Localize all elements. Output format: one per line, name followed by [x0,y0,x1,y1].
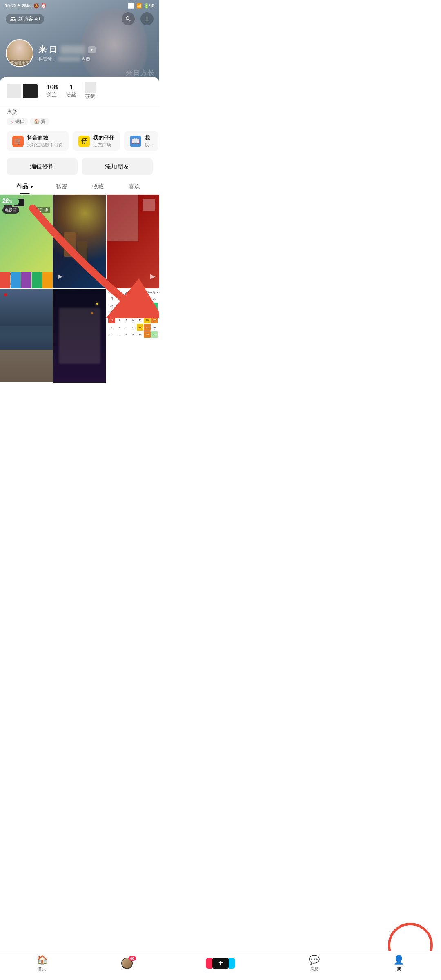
profile-name-area: 来 日 ▾ 抖音号： 6 器 [38,44,96,62]
gender-tag: ♀ 铜仁 [7,118,28,125]
tag-movie: 电影🎬 [2,207,19,214]
following-label: 关注 [47,91,57,98]
d7: 7 [129,310,136,316]
cb-4 [32,272,42,288]
col-wed: 三 [129,296,136,302]
cal-grid: 日 一 二 三 四 五 六 27 1 2 3 [108,296,158,338]
video-thumb-6[interactable]: < 上一月 2022年12月 下一月 > 日 一 二 三 四 五 六 [107,289,159,383]
col-sat: 六 [151,296,158,302]
color-blocks [0,272,53,288]
d24: 24 [151,324,158,330]
friends-sub: 朋友广场 [93,142,114,148]
d18: 18 [108,324,115,330]
cb-1 [0,272,10,288]
add-friend-button[interactable]: 添加朋友 [82,158,153,175]
tab-likes[interactable]: 喜欢 [116,179,153,194]
likes-thumb [85,82,96,93]
d11: 11 [108,317,115,323]
stat-following[interactable]: 108 关注 [46,83,58,98]
video-thumb-4[interactable] [0,289,53,383]
blur-block-1 [107,195,138,241]
sky-block [0,289,53,326]
stat-thumbnail-2 [23,84,38,98]
menu-button[interactable] [140,12,154,25]
name-blurred [60,45,85,54]
tab-collection-label: 收藏 [92,183,104,189]
d19: 19 [116,324,122,330]
d8: 8 [137,310,143,316]
shop-icon: 🛒 [12,136,24,147]
d3: 3 [151,303,158,309]
cal-prev: < 上一月 [108,291,119,295]
thumb-dark [23,84,38,98]
stat-divider-2 [62,85,62,97]
video-thumb-1[interactable]: 爱情 电影🎬 事业单位 故事 日经典影视 22 播了1条 [0,195,53,288]
tab-collection[interactable]: 收藏 [80,179,116,194]
avatar[interactable]: 不知道来日 [6,39,33,67]
stat-followers[interactable]: 1 粉丝 [66,83,76,98]
status-time: 10:22 [5,3,16,8]
cal-header: < 上一月 2022年12月 下一月 > [108,291,158,295]
id-suffix: 6 器 [82,56,90,62]
content-tabs: 作品 ▾ 私密 收藏 喜欢 [0,179,159,195]
quick-link-book[interactable]: 📖 我 仅... [124,131,158,151]
search-button[interactable] [122,12,135,25]
location-text: 铜仁 [15,118,24,125]
tab-private[interactable]: 私密 [43,179,80,194]
d6: 6 [122,310,129,316]
stat-likes[interactable]: 获赞 [85,82,96,100]
d15: 15 [137,317,143,323]
home-icon: 🏠 [34,119,40,124]
name-dropdown[interactable]: ▾ [88,46,96,53]
video-thumb-5[interactable] [53,289,106,383]
building-2 [77,241,87,262]
d31: 31 [151,331,158,338]
col-tue: 二 [122,296,129,302]
thumb-light [7,84,21,98]
visitors-badge[interactable]: 新访客 46 [6,14,44,24]
d14: 14 [129,317,136,323]
d13: 13 [122,317,129,323]
status-time-speed: 10:22 5.2M/s 🔕 ⏰ [5,3,47,9]
d26: 26 [116,331,122,338]
visitors-text: 新访客 46 [18,16,40,22]
doyin-id-row: 抖音号： 6 器 [38,56,96,62]
tab-works-label: 作品 [17,183,28,189]
d4: 4 [108,310,115,316]
quick-link-shop[interactable]: 🛒 抖音商城 美好生活触手可得 [7,131,69,151]
search-icon [125,16,131,22]
edit-profile-button[interactable]: 编辑资料 [7,158,78,175]
play-count: 播了1条 [34,207,50,213]
likes-label: 获赞 [85,93,95,100]
battery-icon: 🔋90 [144,3,154,9]
id-blurred [58,56,80,62]
quick-link-friends[interactable]: 仔 我的仔仔 朋友广场 [73,131,120,151]
d23: 23 [144,324,150,330]
col-thu: 四 [137,296,143,302]
signal-icon: ▊▊ [128,3,135,9]
cb-5 [42,272,53,288]
d1: 1 [137,303,143,309]
cb-3 [21,272,31,288]
followers-count: 1 [69,83,73,91]
d21: 21 [129,324,136,330]
status-bar: 10:22 5.2M/s 🔕 ⏰ ▊▊ 📶 🔋90 [0,0,159,11]
content-area: 爱情 电影🎬 事业单位 故事 日经典影视 22 播了1条 [0,195,159,415]
friends-text: 我的仔仔 朋友广场 [93,134,114,148]
d5: 5 [116,310,122,316]
book-sub: 仅... [145,142,153,148]
tab-arrow-icon: ▾ [31,185,33,189]
book-icon: 📖 [130,136,141,147]
d30b: 30 [144,331,150,338]
menu-icon [144,16,150,22]
shop-text: 抖音商城 美好生活触手可得 [27,134,63,148]
d28 [116,303,122,309]
status-icons: ▊▊ 📶 🔋90 [128,3,154,9]
d10: 10 [151,310,158,316]
tab-works[interactable]: 作品 ▾ [7,179,43,194]
d16: 16 [144,317,150,323]
video-thumb-2[interactable]: ▶ [53,195,106,288]
bio-section: 吃货 ♀ 铜仁 🏠 贵 [0,105,159,128]
d9: 9 [144,310,150,316]
video-thumb-3[interactable]: ▶ [107,195,159,288]
